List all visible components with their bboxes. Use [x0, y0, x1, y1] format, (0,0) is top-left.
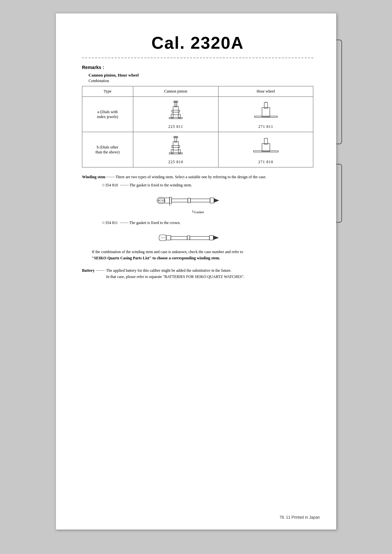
svg-rect-40 — [187, 236, 190, 240]
type-cell-b: b (Dials other than the above) — [82, 132, 133, 167]
hour-cell-a: 271 811 — [219, 97, 313, 132]
col-header-hour: Hour wheel — [219, 86, 313, 97]
winding-item-2: ☆354 811 ········· The gasket is fixed t… — [102, 220, 313, 226]
battery-label: Battery — [82, 268, 95, 274]
table-row: b (Dials other than the above) — [82, 132, 313, 167]
svg-rect-10 — [264, 102, 268, 108]
svg-rect-3 — [173, 106, 178, 115]
svg-rect-21 — [264, 138, 268, 144]
svg-rect-9 — [262, 108, 270, 117]
svg-rect-42 — [209, 235, 213, 240]
battery-line: Battery ········· The applied battery fo… — [82, 268, 313, 280]
item1-dots: ········· — [120, 182, 129, 188]
battery-dots: ········· — [96, 268, 105, 274]
type-cell-a: a (Dials with index jewels) — [82, 97, 133, 132]
winding-stem-line: Winding stem ········· There are two typ… — [82, 174, 313, 180]
winding-item-1: ☆354 810 ········· The gasket is fixed t… — [102, 182, 313, 188]
page-title: Cal. 2320A — [82, 33, 313, 58]
table-row: a (Dials with index jewels) — [82, 97, 313, 132]
col-header-type: Type — [82, 86, 133, 97]
winding-label: Winding stem — [82, 174, 105, 180]
svg-rect-28 — [188, 198, 190, 203]
cannon-cell-b: 225 810 — [133, 132, 219, 167]
svg-rect-30 — [210, 198, 214, 203]
right-bracket-2 — [336, 164, 342, 223]
svg-rect-15 — [173, 142, 178, 150]
right-bracket-1 — [336, 40, 342, 144]
svg-rect-26 — [170, 197, 172, 204]
svg-marker-31 — [214, 199, 219, 202]
battery-text: The applied battery for this calibre mig… — [106, 268, 245, 280]
battery-section: Battery ········· The applied battery fo… — [82, 268, 313, 280]
item2-text: The gasket is fixed to the crown. — [129, 220, 181, 226]
hour-wheel-img-a — [220, 99, 311, 122]
item1-text: The gasket is fixed to the winding stem. — [129, 182, 192, 188]
cannon-cell-a: 225 811 — [133, 97, 219, 132]
combination-table: Type Cannon pinion Hour wheel a (Dials w… — [82, 86, 313, 167]
stem-diagram-2 — [82, 231, 313, 244]
svg-rect-38 — [166, 235, 171, 240]
footer: 78. 11 Printed in Japan — [280, 515, 320, 520]
hour-wheel-img-b — [220, 135, 311, 158]
remarks-label: Remarks : — [82, 65, 313, 70]
cannon-pinion-img-a — [135, 99, 217, 122]
hour-part-num-b: 271 810 — [220, 160, 311, 164]
col-header-cannon: Cannon pinion — [133, 86, 219, 97]
item1-number: ☆354 810 — [102, 182, 118, 188]
stem-diagram-1 — [82, 194, 313, 207]
hour-part-num-a: 271 811 — [220, 124, 311, 129]
svg-rect-39 — [171, 236, 187, 240]
cannon-part-num-b: 225 810 — [135, 160, 217, 164]
hour-cell-b: 271 810 — [219, 132, 313, 167]
svg-marker-43 — [213, 236, 219, 240]
svg-rect-29 — [190, 199, 210, 202]
item2-dots: ········· — [120, 220, 129, 226]
winding-text: There are two types of winding stem. Sel… — [115, 174, 313, 180]
svg-rect-27 — [172, 199, 188, 202]
winding-stem-section: Winding stem ········· There are two typ… — [82, 174, 313, 262]
document-page: Cal. 2320A Remarks : Cannon pinion, Hour… — [56, 13, 336, 530]
cannon-part-num-a: 225 811 — [135, 124, 217, 129]
combination-label: Combination — [89, 78, 313, 83]
gasket-label: └Gasket — [82, 209, 313, 215]
svg-rect-20 — [262, 144, 270, 151]
item2-number: ☆354 811 — [102, 220, 118, 226]
sub-heading: Cannon pinion, Hour wheel — [89, 73, 313, 78]
combo-note: If the combination of the winding stem a… — [92, 249, 313, 261]
cannon-pinion-img-b — [135, 135, 217, 158]
svg-rect-41 — [190, 236, 209, 240]
winding-dots: ········· — [106, 174, 115, 180]
